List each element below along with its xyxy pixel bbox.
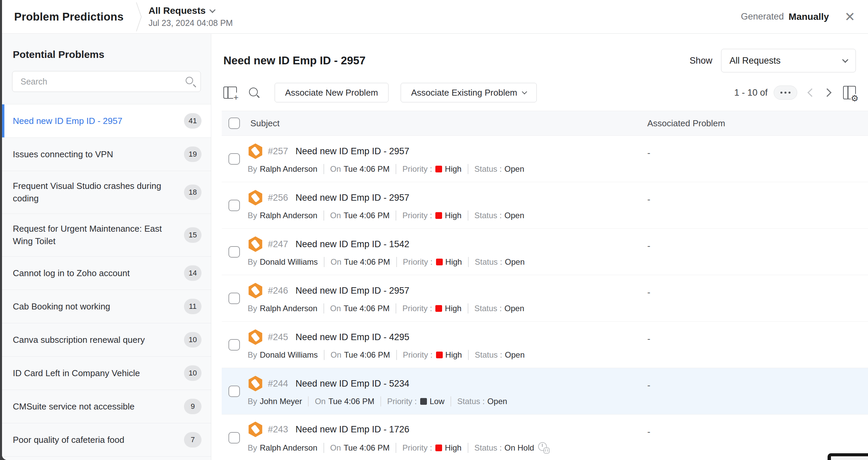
count-badge: 18 <box>184 185 202 200</box>
scope-dropdown[interactable]: All Requests <box>149 5 233 16</box>
status-label: Status : <box>474 164 502 174</box>
column-settings-icon[interactable] <box>843 86 856 99</box>
divider <box>396 303 396 314</box>
row-checkbox[interactable] <box>228 339 240 351</box>
divider <box>323 443 324 453</box>
table-row[interactable]: #246 Need new ID Emp ID - 2957 By Ralph … <box>222 275 868 322</box>
request-subject[interactable]: Need new ID Emp ID - 2957 <box>296 146 409 157</box>
request-subject[interactable]: Need new ID Emp ID - 1726 <box>296 424 409 435</box>
page-title: Problem Predictions <box>14 10 124 23</box>
requester-name: Donald Williams <box>260 350 318 360</box>
associate-new-problem-button[interactable]: Associate New Problem <box>275 83 389 102</box>
row-checkbox[interactable] <box>228 246 240 258</box>
table-row[interactable]: #244 Need new ID Emp ID - 5234 By John M… <box>222 368 868 415</box>
add-view-icon[interactable] <box>223 87 237 99</box>
request-subject[interactable]: Need new ID Emp ID - 1542 <box>296 239 409 250</box>
sidebar-item-problem[interactable]: Poor quality of cafeteria food 7 <box>2 423 211 457</box>
problem-label: Cannot log in to Zoho account <box>13 267 130 280</box>
sidebar-item-problem[interactable]: Canva subscription renewal query 10 <box>2 323 211 357</box>
sidebar-item-problem[interactable]: Cab Booking not working 11 <box>2 290 211 323</box>
request-subject[interactable]: Need new ID Emp ID - 4295 <box>296 332 409 342</box>
divider <box>468 303 468 314</box>
request-id: #245 <box>268 332 288 342</box>
row-checkbox[interactable] <box>228 386 240 397</box>
table-row[interactable]: #245 Need new ID Emp ID - 4295 By Donald… <box>222 322 868 368</box>
created-time: Tue 4:06 PM <box>344 304 390 313</box>
requester-name: John Meyer <box>260 397 302 406</box>
on-label: On <box>315 397 326 406</box>
select-all-checkbox[interactable] <box>228 118 240 129</box>
chevron-down-icon <box>210 7 216 13</box>
problem-label: Poor quality of cafeteria food <box>13 434 124 446</box>
table-row[interactable]: #257 Need new ID Emp ID - 2957 By Ralph … <box>222 136 868 182</box>
sidebar-item-problem[interactable]: Request for Urgent Maintenance: East Win… <box>2 214 211 257</box>
priority-value: High <box>445 211 461 220</box>
screenshot-preview-thumbnail[interactable] <box>828 453 868 460</box>
table-row[interactable]: #256 Need new ID Emp ID - 2957 By Ralph … <box>222 182 868 229</box>
request-ticket-icon <box>248 422 263 437</box>
chevron-down-icon <box>522 89 527 94</box>
ellipsis-icon[interactable] <box>774 86 797 100</box>
status-label: Status : <box>474 211 502 220</box>
search-icon[interactable] <box>249 88 259 98</box>
request-subject[interactable]: Need new ID Emp ID - 2957 <box>296 193 409 203</box>
generated-value: Manually <box>788 11 829 22</box>
problem-label: CMSuite service not accessible <box>13 400 134 413</box>
top-header: Problem Predictions All Requests Jul 23,… <box>2 0 868 34</box>
row-checkbox[interactable] <box>228 153 240 165</box>
row-checkbox[interactable] <box>228 293 240 304</box>
request-ticket-icon <box>248 143 263 159</box>
request-ticket-icon <box>248 376 263 391</box>
associated-problem-value: - <box>647 334 650 344</box>
sidebar-item-problem[interactable]: ID Card Left in Company Vehicle 10 <box>2 357 211 390</box>
associate-existing-problem-button[interactable]: Associate Existing Problem <box>401 83 537 102</box>
associated-problem-value: - <box>647 427 650 437</box>
scope-label: All Requests <box>149 5 206 16</box>
sidebar-item-problem[interactable]: Frequent Visual Studio crashes during co… <box>2 171 211 214</box>
chevron-right-icon[interactable] <box>823 88 831 97</box>
by-label: By <box>248 211 257 220</box>
status-label: Status : <box>475 257 502 267</box>
row-checkbox[interactable] <box>228 200 240 211</box>
by-label: By <box>248 304 257 313</box>
chevron-left-icon[interactable] <box>807 88 816 97</box>
requests-table: Subject Associated Problem #257 Need new… <box>222 111 868 460</box>
created-time: Tue 4:06 PM <box>344 350 390 360</box>
request-id: #247 <box>268 239 288 250</box>
selected-problem-title: Need new ID Emp ID - 2957 <box>223 54 366 67</box>
priority-value: High <box>445 304 461 313</box>
request-subject[interactable]: Need new ID Emp ID - 2957 <box>296 286 409 296</box>
sidebar-item-problem[interactable]: Could you share the password for the 5 <box>2 457 211 460</box>
show-filter-dropdown[interactable]: All Requests <box>721 49 856 72</box>
close-icon[interactable]: ✕ <box>844 10 855 23</box>
sidebar-item-problem[interactable]: Issues connecting to VPN 19 <box>2 138 211 171</box>
sidebar-item-problem[interactable]: Need new ID Emp ID - 2957 41 <box>2 104 211 138</box>
sidebar-item-problem[interactable]: Cannot log in to Zoho account 14 <box>2 257 211 290</box>
show-label: Show <box>689 56 712 66</box>
row-checkbox[interactable] <box>228 432 240 443</box>
generated-label: Generated <box>741 11 784 22</box>
table-row[interactable]: #247 Need new ID Emp ID - 1542 By Donald… <box>222 229 868 275</box>
divider <box>396 210 396 221</box>
priority-color-icon <box>435 212 442 219</box>
request-id: #246 <box>268 286 288 296</box>
status-value: Open <box>504 211 524 220</box>
status-label: Status : <box>475 350 502 360</box>
request-subject[interactable]: Need new ID Emp ID - 5234 <box>296 379 409 389</box>
priority-color-icon <box>420 398 427 405</box>
created-time: Tue 4:06 PM <box>344 257 390 267</box>
search-input[interactable] <box>12 77 200 87</box>
request-id: #243 <box>268 424 288 435</box>
sidebar-item-problem[interactable]: CMSuite service not accessible 9 <box>2 390 211 423</box>
requester-name: Ralph Anderson <box>260 211 317 220</box>
divider <box>396 164 396 174</box>
table-row[interactable]: #243 Need new ID Emp ID - 1726 By Ralph … <box>222 415 868 460</box>
count-badge: 14 <box>184 265 202 281</box>
on-label: On <box>331 350 341 360</box>
divider <box>468 164 468 174</box>
divider <box>468 210 468 221</box>
problem-label: Need new ID Emp ID - 2957 <box>13 115 122 127</box>
main-content: Need new ID Emp ID - 2957 Show All Reque… <box>212 34 868 460</box>
priority-value: Low <box>430 397 444 406</box>
status-value: Open <box>504 164 524 174</box>
